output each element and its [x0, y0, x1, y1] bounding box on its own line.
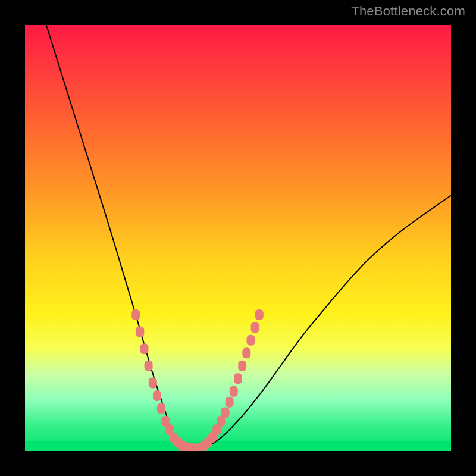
curve-marker	[226, 397, 234, 408]
curve-marker	[238, 361, 246, 371]
baseline-strip	[25, 441, 451, 451]
chart-frame: TheBottleneck.com	[0, 0, 476, 476]
curve-marker	[251, 322, 259, 333]
curve-marker	[140, 343, 149, 354]
curve-marker	[217, 416, 225, 427]
curve-marker	[157, 403, 165, 414]
curve-marker	[153, 390, 161, 401]
curve-marker	[131, 309, 140, 320]
plot-area	[25, 25, 451, 451]
curve-marker	[136, 327, 144, 337]
curve-marker	[221, 408, 230, 418]
bottleneck-curve	[46, 25, 451, 449]
curve-marker	[234, 373, 242, 384]
watermark-text: TheBottleneck.com	[351, 4, 465, 19]
curve-marker	[145, 361, 153, 371]
marker-group	[131, 309, 264, 451]
curve-marker	[255, 309, 264, 320]
curve-marker	[212, 424, 221, 435]
curve-marker	[242, 347, 250, 358]
curve-marker	[247, 335, 255, 346]
curve-marker	[149, 377, 157, 388]
curve-marker	[165, 424, 174, 435]
chart-svg	[25, 25, 451, 451]
curve-marker	[230, 386, 238, 397]
curve-marker	[161, 416, 170, 427]
